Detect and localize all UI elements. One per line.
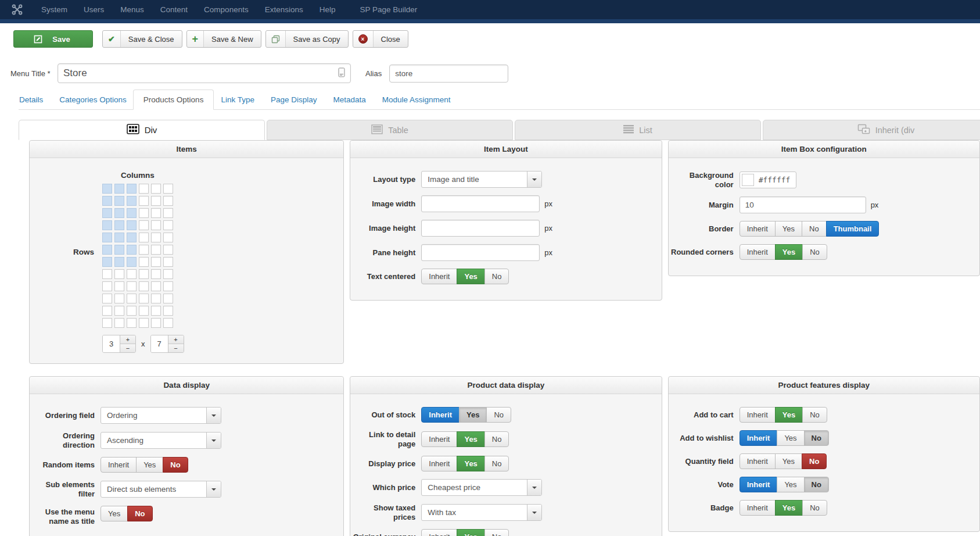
option-inherit[interactable]: Inherit <box>100 457 137 473</box>
grid-cell[interactable] <box>127 220 137 230</box>
grid-cell[interactable] <box>163 245 173 255</box>
option-no[interactable]: No <box>484 529 509 536</box>
option-yes[interactable]: Yes <box>777 430 804 446</box>
grid-cell[interactable] <box>151 306 161 316</box>
grid-cell[interactable] <box>151 233 161 242</box>
grid-cell[interactable] <box>127 184 137 194</box>
option-no[interactable]: No <box>802 244 827 260</box>
option-no[interactable]: No <box>802 221 827 237</box>
grid-cell[interactable] <box>151 281 161 291</box>
nav-content[interactable]: Content <box>152 0 196 19</box>
option-inherit[interactable]: Inherit <box>421 456 457 471</box>
alias-input[interactable] <box>389 65 508 83</box>
nav-menus[interactable]: Menus <box>112 0 152 19</box>
grid-cell[interactable] <box>102 184 112 194</box>
grid-cell[interactable] <box>163 294 173 303</box>
nav-components[interactable]: Components <box>196 0 257 19</box>
subtab-list[interactable]: List <box>515 120 761 140</box>
grid-cell[interactable] <box>151 245 161 255</box>
nav-help[interactable]: Help <box>311 0 344 19</box>
grid-cell[interactable] <box>102 196 112 206</box>
option-no[interactable]: No <box>802 500 827 516</box>
grid-cell[interactable] <box>139 294 149 303</box>
option-inherit[interactable]: Inherit <box>740 477 778 492</box>
option-yes[interactable]: Yes <box>457 456 484 471</box>
tab-products-options[interactable]: Products Options <box>133 90 214 110</box>
option-inherit[interactable]: Inherit <box>740 407 776 423</box>
grid-cell[interactable] <box>139 281 149 291</box>
grid-cell[interactable] <box>163 184 173 194</box>
option-yes[interactable]: Yes <box>775 244 803 260</box>
option-inherit[interactable]: Inherit <box>740 500 776 516</box>
grid-cell[interactable] <box>127 294 137 303</box>
caret-down-icon[interactable] <box>206 433 221 448</box>
nav-sp-page-builder[interactable]: SP Page Builder <box>351 0 425 19</box>
grid-cell[interactable] <box>102 245 112 255</box>
caret-down-icon[interactable] <box>527 171 541 187</box>
grid-cell[interactable] <box>102 257 112 267</box>
grid-cell[interactable] <box>139 306 149 316</box>
save-button[interactable]: Save <box>13 30 93 48</box>
option-no[interactable]: No <box>484 269 509 284</box>
option-yes[interactable]: Yes <box>775 221 802 237</box>
grid-cell[interactable] <box>127 208 137 218</box>
subtab-div[interactable]: Div <box>19 120 265 140</box>
ordering-direction-select[interactable]: Ascending <box>100 432 221 449</box>
tab-metadata[interactable]: Metadata <box>332 90 366 109</box>
rows-decrement-button[interactable]: − <box>168 344 184 352</box>
grid-cell[interactable] <box>151 220 161 230</box>
grid-cell[interactable] <box>163 208 173 218</box>
option-yes[interactable]: Yes <box>777 477 804 492</box>
grid-cell[interactable] <box>114 281 124 291</box>
option-yes[interactable]: Yes <box>775 500 803 516</box>
option-no[interactable]: No <box>486 407 511 423</box>
caret-down-icon[interactable] <box>527 480 541 495</box>
option-no[interactable]: No <box>804 477 829 492</box>
ordering-field-select[interactable]: Ordering <box>100 407 221 424</box>
grid-cell[interactable] <box>163 281 173 291</box>
columns-value[interactable]: 3 <box>103 335 120 352</box>
grid-cell[interactable] <box>163 257 173 267</box>
grid-cell[interactable] <box>139 184 149 194</box>
grid-cell[interactable] <box>163 233 173 242</box>
grid-cell[interactable] <box>139 269 149 279</box>
grid-cell[interactable] <box>151 184 161 194</box>
grid-cell[interactable] <box>151 269 161 279</box>
option-no[interactable]: No <box>802 407 827 423</box>
grid-cell[interactable] <box>127 196 137 206</box>
option-no[interactable]: No <box>802 453 827 469</box>
image-width-input[interactable] <box>421 195 540 212</box>
tab-module-assignment[interactable]: Module Assignment <box>382 90 451 109</box>
option-no[interactable]: No <box>804 430 829 446</box>
subtab-inherit[interactable]: Inherit (div <box>763 120 980 140</box>
option-yes[interactable]: Yes <box>775 407 803 423</box>
grid-cell[interactable] <box>114 269 124 279</box>
grid-cell[interactable] <box>114 233 124 242</box>
editor-toggle-icon[interactable] <box>338 67 345 80</box>
tab-details[interactable]: Details <box>19 90 44 109</box>
option-inherit[interactable]: Inherit <box>740 221 776 237</box>
grid-cell[interactable] <box>127 245 137 255</box>
rows-value[interactable]: 7 <box>151 335 168 352</box>
grid-cell[interactable] <box>127 318 137 328</box>
grid-cell[interactable] <box>151 208 161 218</box>
grid-cell[interactable] <box>102 269 112 279</box>
grid-cell[interactable] <box>139 220 149 230</box>
pane-height-input[interactable] <box>421 244 540 261</box>
save-and-new-button[interactable]: + Save & New <box>186 30 261 48</box>
option-inherit[interactable]: Inherit <box>421 529 457 536</box>
grid-cell[interactable] <box>151 196 161 206</box>
option-inherit[interactable]: Inherit <box>740 453 776 469</box>
grid-cell[interactable] <box>127 257 137 267</box>
grid-cell[interactable] <box>102 294 112 303</box>
margin-input[interactable] <box>740 196 866 213</box>
grid-cell[interactable] <box>102 281 112 291</box>
grid-cell[interactable] <box>102 220 112 230</box>
option-yes[interactable]: Yes <box>457 269 484 284</box>
save-and-close-button[interactable]: ✔ Save & Close <box>102 30 182 48</box>
grid-cell[interactable] <box>139 257 149 267</box>
option-no[interactable]: No <box>484 456 509 471</box>
layout-type-select[interactable]: Image and title <box>421 171 542 188</box>
grid-cell[interactable] <box>114 318 124 328</box>
nav-extensions[interactable]: Extensions <box>257 0 311 19</box>
